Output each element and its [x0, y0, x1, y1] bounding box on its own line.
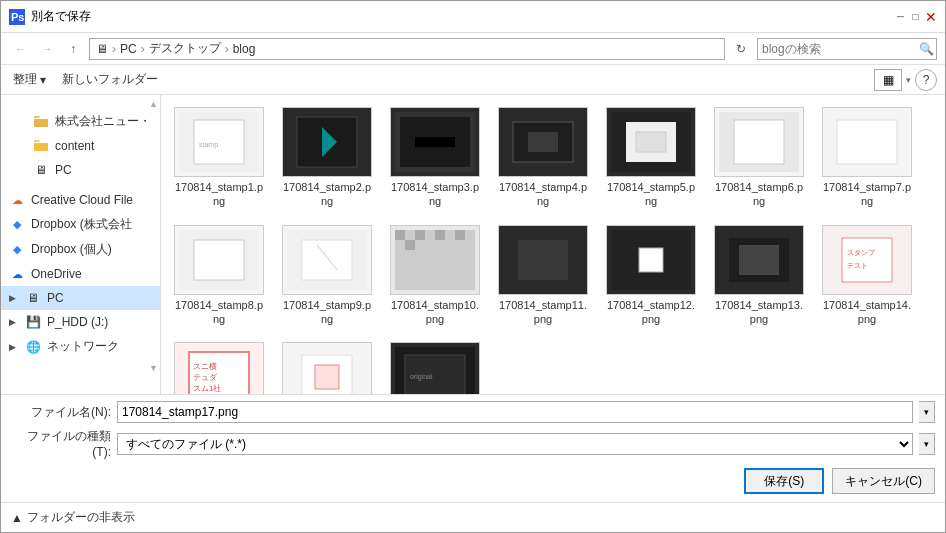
sidebar-item-company[interactable]: 株式会社ニュー・	[1, 109, 160, 134]
svg-rect-35	[455, 230, 465, 240]
file-thumb-stamp10	[390, 225, 480, 295]
file-item-stamp12[interactable]: 170814_stamp12.png	[601, 221, 701, 331]
sidebar-item-phdd[interactable]: ▶ 💾 P_HDD (J:)	[1, 310, 160, 334]
svg-rect-33	[435, 230, 445, 240]
filename-dropdown-btn[interactable]: ▾	[919, 401, 935, 423]
file-name-stamp13: 170814_stamp13.png	[713, 298, 805, 327]
close-button[interactable]: ✕	[924, 10, 937, 23]
filename-label: ファイル名(N):	[11, 404, 111, 421]
folder-icon-content	[33, 138, 49, 154]
filetype-select[interactable]: すべてのファイル (*.*)	[117, 433, 913, 455]
file-item-stamp1[interactable]: stamp 170814_stamp1.png	[169, 103, 269, 213]
file-thumb-stamp14: スタンプテスト	[822, 225, 912, 295]
view-dropdown[interactable]: ▾	[906, 75, 911, 85]
sidebar-label-pc-top: PC	[55, 163, 152, 177]
help-button[interactable]: ?	[915, 69, 937, 91]
svg-rect-45	[842, 238, 892, 282]
file-item-stamp14[interactable]: スタンプテスト 170814_stamp14.png	[817, 221, 917, 331]
svg-rect-38	[518, 240, 568, 280]
file-name-stamp1: 170814_stamp1.png	[173, 180, 265, 209]
sidebar-item-dropbox2[interactable]: ◆ Dropbox (個人)	[1, 237, 160, 262]
file-thumb-stamp13	[714, 225, 804, 295]
file-name-stamp9: 170814_stamp9.png	[281, 298, 373, 327]
files-grid: stamp 170814_stamp1.png 170814_stamp2.pn…	[169, 103, 937, 394]
file-name-stamp4: 170814_stamp4.png	[497, 180, 589, 209]
breadcrumb[interactable]: 🖥 › PC › デスクトップ › blog	[89, 38, 725, 60]
file-item-stamp16[interactable]: 170814_stamp16.png	[277, 338, 377, 394]
file-item-stamp5[interactable]: 170814_stamp5.png	[601, 103, 701, 213]
pc-icon: 🖥	[25, 290, 41, 306]
file-item-stamp4[interactable]: 170814_stamp4.png	[493, 103, 593, 213]
file-thumb-stamp9	[282, 225, 372, 295]
view-button[interactable]: ▦	[874, 69, 902, 91]
cancel-button[interactable]: キャンセル(C)	[832, 468, 935, 494]
file-item-stamp15[interactable]: スニ横テュダスム1社 170814_stamp15.png	[169, 338, 269, 394]
dropbox-icon-2: ◆	[9, 242, 25, 258]
search-input[interactable]	[758, 42, 916, 56]
file-item-stamp10[interactable]: 170814_stamp10.png	[385, 221, 485, 331]
file-item-stamp13[interactable]: 170814_stamp13.png	[709, 221, 809, 331]
sidebar-item-creative[interactable]: ☁ Creative Cloud File	[1, 188, 160, 212]
onedrive-icon: ☁	[9, 266, 25, 282]
svg-rect-16	[636, 132, 666, 152]
svg-text:テスト: テスト	[847, 262, 868, 269]
file-thumb-stamp11	[498, 225, 588, 295]
filename-input[interactable]	[117, 401, 913, 423]
toggle-label: フォルダーの非表示	[27, 509, 135, 526]
file-name-stamp2: 170814_stamp2.png	[281, 180, 373, 209]
refresh-button[interactable]: ↻	[729, 38, 753, 60]
save-button[interactable]: 保存(S)	[744, 468, 824, 494]
file-thumb-original: original	[390, 342, 480, 394]
svg-rect-18	[734, 120, 784, 164]
file-thumb-stamp1: stamp	[174, 107, 264, 177]
creative-cloud-icon: ☁	[9, 192, 25, 208]
sidebar-label-onedrive: OneDrive	[31, 267, 152, 281]
filetype-label: ファイルの種類(T):	[11, 428, 111, 459]
file-item-original[interactable]: original original_170814_stamp2.png	[385, 338, 485, 394]
svg-text:スタンプ: スタンプ	[847, 249, 876, 257]
svg-rect-40	[639, 248, 663, 272]
file-thumb-stamp7	[822, 107, 912, 177]
sidebar-item-network[interactable]: ▶ 🌐 ネットワーク	[1, 334, 160, 359]
new-folder-button[interactable]: 新しいフォルダー	[58, 69, 162, 90]
breadcrumb-icon: 🖥	[96, 42, 108, 56]
svg-text:stamp: stamp	[199, 141, 218, 149]
file-item-stamp6[interactable]: 170814_stamp6.png	[709, 103, 809, 213]
breadcrumb-desktop: デスクトップ	[149, 40, 221, 57]
filename-row: ファイル名(N): ▾	[11, 401, 935, 423]
title-bar: Ps 別名で保存 ─ □ ✕	[1, 1, 945, 33]
search-bar: 🔍	[757, 38, 937, 60]
forward-button[interactable]: →	[35, 38, 59, 60]
file-name-stamp8: 170814_stamp8.png	[173, 298, 265, 327]
action-bar: 整理 ▾ 新しいフォルダー ▦ ▾ ?	[1, 65, 945, 95]
organize-arrow: ▾	[40, 73, 46, 87]
file-item-stamp7[interactable]: 170814_stamp7.png	[817, 103, 917, 213]
file-item-stamp8[interactable]: 170814_stamp8.png	[169, 221, 269, 331]
up-button[interactable]: ↑	[61, 38, 85, 60]
filetype-dropdown-btn[interactable]: ▾	[919, 433, 935, 455]
back-button[interactable]: ←	[9, 38, 33, 60]
file-item-stamp3[interactable]: 170814_stamp3.png	[385, 103, 485, 213]
svg-rect-22	[194, 240, 244, 280]
sidebar-item-onedrive[interactable]: ☁ OneDrive	[1, 262, 160, 286]
maximize-button[interactable]: □	[909, 10, 922, 23]
sidebar-item-pc-top[interactable]: 🖥 PC	[1, 158, 160, 182]
minimize-button[interactable]: ─	[894, 10, 907, 23]
file-name-stamp14: 170814_stamp14.png	[821, 298, 913, 327]
file-item-stamp11[interactable]: 170814_stamp11.png	[493, 221, 593, 331]
sidebar-item-dropbox1[interactable]: ◆ Dropbox (株式会社	[1, 212, 160, 237]
file-item-stamp2[interactable]: 170814_stamp2.png	[277, 103, 377, 213]
svg-text:スニ横: スニ横	[193, 362, 217, 371]
file-item-stamp9[interactable]: 170814_stamp9.png	[277, 221, 377, 331]
sidebar-item-content[interactable]: content	[1, 134, 160, 158]
file-thumb-stamp15: スニ横テュダスム1社	[174, 342, 264, 394]
svg-text:original: original	[410, 373, 433, 381]
svg-rect-24	[302, 240, 352, 280]
organize-button[interactable]: 整理 ▾	[9, 69, 50, 90]
file-thumb-stamp6	[714, 107, 804, 177]
organize-label: 整理	[13, 71, 37, 88]
pc-expand-arrow: ▶	[9, 293, 19, 303]
sidebar-item-pc[interactable]: ▶ 🖥 PC	[1, 286, 160, 310]
search-icon[interactable]: 🔍	[916, 38, 936, 60]
toggle-folder-button[interactable]: ▲ フォルダーの非表示	[11, 509, 135, 526]
